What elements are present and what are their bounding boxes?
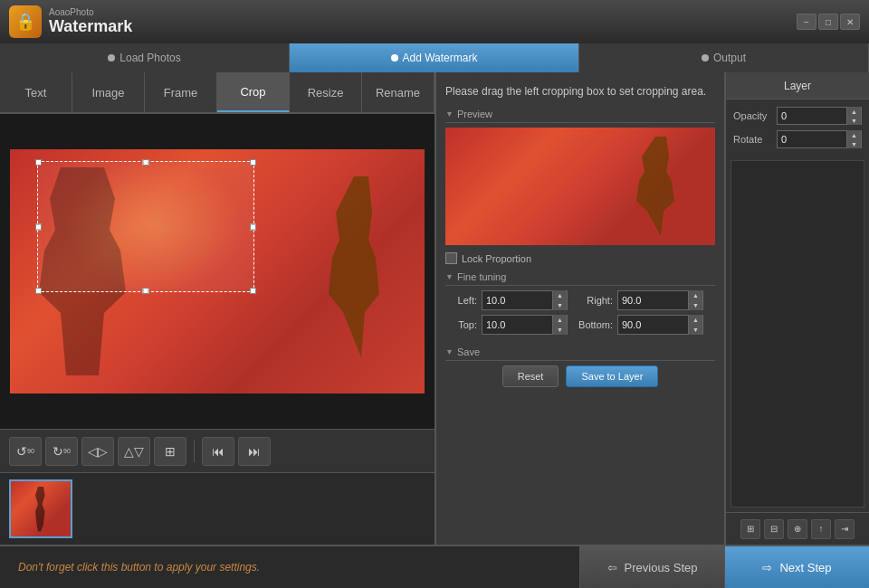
layer-tool-5[interactable]: ⇥: [835, 519, 855, 539]
crop-handle-bl[interactable]: [35, 288, 42, 294]
title-bar: 🔒 AoaoPhoto Watermark − □ ✕: [0, 0, 869, 43]
maximize-button[interactable]: □: [818, 14, 838, 30]
bottom-input[interactable]: [618, 319, 688, 330]
right-spin-up[interactable]: ▲: [688, 290, 702, 300]
left-panel: Text Image Frame Crop Resize Rename: [0, 72, 434, 545]
app-title-block: AoaoPhoto Watermark: [49, 7, 132, 36]
layer-tool-3[interactable]: ⊕: [788, 519, 807, 539]
crop-handle-tl[interactable]: [35, 159, 42, 166]
right-spin-down[interactable]: ▼: [688, 300, 702, 310]
thumb-figure: [27, 487, 54, 532]
bottom-spin-down[interactable]: ▼: [688, 325, 702, 335]
instruction-text: Please drag the left cropping box to set…: [445, 81, 715, 101]
prev-photo-button[interactable]: ⏮: [202, 437, 234, 466]
step-output[interactable]: Output: [579, 43, 869, 72]
fit-button[interactable]: ⊞: [154, 437, 186, 466]
crop-handle-ml[interactable]: [35, 223, 42, 230]
close-button[interactable]: ✕: [840, 14, 860, 30]
top-spin-up[interactable]: ▲: [552, 315, 567, 325]
fine-tuning-arrow-icon: ▼: [445, 272, 454, 281]
left-input[interactable]: [482, 295, 552, 306]
layer-panel: Layer Opacity ▲ ▼ Rotate ▲: [724, 72, 869, 545]
filmstrip-thumb-img-1: [11, 481, 71, 536]
layer-tool-2[interactable]: ⊟: [764, 519, 784, 539]
rotate-ccw-button[interactable]: ↺90: [9, 437, 42, 466]
opacity-spin-up[interactable]: ▲: [846, 107, 861, 116]
rotate-spin-up[interactable]: ▲: [846, 130, 861, 139]
opacity-input[interactable]: [778, 110, 846, 121]
opacity-spin-down[interactable]: ▼: [846, 116, 861, 125]
layer-tool-4[interactable]: ↑: [811, 519, 831, 539]
layer-content-area: [731, 160, 864, 507]
right-input[interactable]: [618, 295, 688, 306]
flip-horizontal-button[interactable]: ◁▷: [81, 437, 114, 466]
reset-button[interactable]: Reset: [502, 365, 559, 387]
right-spinner[interactable]: ▲ ▼: [617, 290, 703, 310]
tab-text[interactable]: Text: [0, 72, 72, 112]
rotate-label: Rotate: [733, 134, 771, 145]
tab-image[interactable]: Image: [72, 72, 145, 112]
step-dot-watermark: [391, 54, 398, 62]
crop-handle-br[interactable]: [250, 288, 256, 294]
top-spinner[interactable]: ▲ ▼: [482, 315, 568, 335]
left-spin-down[interactable]: ▼: [552, 300, 567, 310]
prev-step-icon: ⇦: [607, 561, 617, 574]
preview-figure: [634, 137, 688, 236]
flip-vertical-button[interactable]: △▽: [118, 437, 150, 466]
save-section-title: ▼ Save: [445, 346, 715, 361]
filmstrip-thumb-1[interactable]: [9, 479, 72, 538]
step-output-label: Output: [713, 52, 746, 64]
app-title: Watermark: [49, 17, 132, 36]
save-to-layer-button[interactable]: Save to Layer: [566, 365, 658, 387]
tab-crop[interactable]: Crop: [217, 72, 290, 112]
top-spin-down[interactable]: ▼: [552, 325, 567, 335]
left-field-label: Left:: [445, 295, 477, 306]
tab-frame[interactable]: Frame: [145, 72, 217, 112]
prev-step-button[interactable]: ⇦ Previous Step: [579, 546, 724, 588]
minimize-button[interactable]: −: [797, 14, 816, 30]
bottom-spinner-controls: ▲ ▼: [688, 315, 702, 335]
tab-rename[interactable]: Rename: [362, 72, 434, 112]
rotate-row: Rotate ▲ ▼: [733, 130, 862, 148]
step-load[interactable]: Load Photos: [0, 43, 290, 72]
lock-proportion-checkbox[interactable]: [445, 252, 457, 264]
layer-tool-1[interactable]: ⊞: [740, 519, 760, 539]
crop-handle-mr[interactable]: [250, 223, 256, 230]
opacity-row: Opacity ▲ ▼: [733, 107, 862, 125]
lock-proportion-row: Lock Proportion: [445, 252, 715, 264]
rotate-input[interactable]: [778, 134, 846, 145]
step-watermark-label: Add Watermark: [403, 52, 478, 64]
crop-overlay[interactable]: [37, 161, 254, 292]
left-spin-up[interactable]: ▲: [552, 290, 567, 300]
crop-handle-bm[interactable]: [143, 288, 149, 294]
left-spinner-controls: ▲ ▼: [552, 290, 567, 310]
rotate-spinner[interactable]: ▲ ▼: [777, 130, 862, 148]
layer-controls: Opacity ▲ ▼ Rotate ▲ ▼: [726, 100, 869, 156]
step-watermark[interactable]: Add Watermark: [290, 43, 579, 72]
top-spinner-controls: ▲ ▼: [552, 315, 567, 335]
next-step-button[interactable]: ⇨ Next Step: [724, 546, 869, 588]
layer-panel-header: Layer: [726, 72, 869, 100]
app-subtitle: AoaoPhoto: [49, 7, 132, 17]
crop-settings-panel: Please drag the left cropping box to set…: [434, 72, 724, 545]
next-step-icon: ⇨: [762, 561, 772, 574]
right-field-label: Right:: [572, 295, 613, 306]
step-load-label: Load Photos: [119, 52, 180, 64]
rotate-spin-down[interactable]: ▼: [846, 139, 861, 148]
top-input[interactable]: [482, 319, 552, 330]
image-toolbar: ↺90 ↻90 ◁▷ △▽ ⊞ ⏮ ⏭: [0, 429, 434, 472]
opacity-spinner[interactable]: ▲ ▼: [777, 107, 862, 125]
canvas-area[interactable]: [0, 114, 434, 429]
left-spinner[interactable]: ▲ ▼: [482, 290, 568, 310]
bottom-spinner[interactable]: ▲ ▼: [617, 315, 703, 335]
bottom-spin-up[interactable]: ▲: [688, 315, 702, 325]
tab-resize[interactable]: Resize: [290, 72, 362, 112]
crop-handle-tm[interactable]: [143, 159, 149, 166]
save-arrow-icon: ▼: [445, 347, 454, 356]
next-photo-button[interactable]: ⏭: [238, 437, 271, 466]
prev-step-label: Previous Step: [625, 561, 698, 574]
preview-label: Preview: [457, 109, 492, 119]
save-section: ▼ Save Reset Save to Layer: [445, 346, 715, 387]
crop-handle-tr[interactable]: [250, 159, 256, 166]
rotate-cw-button[interactable]: ↻90: [45, 437, 78, 466]
